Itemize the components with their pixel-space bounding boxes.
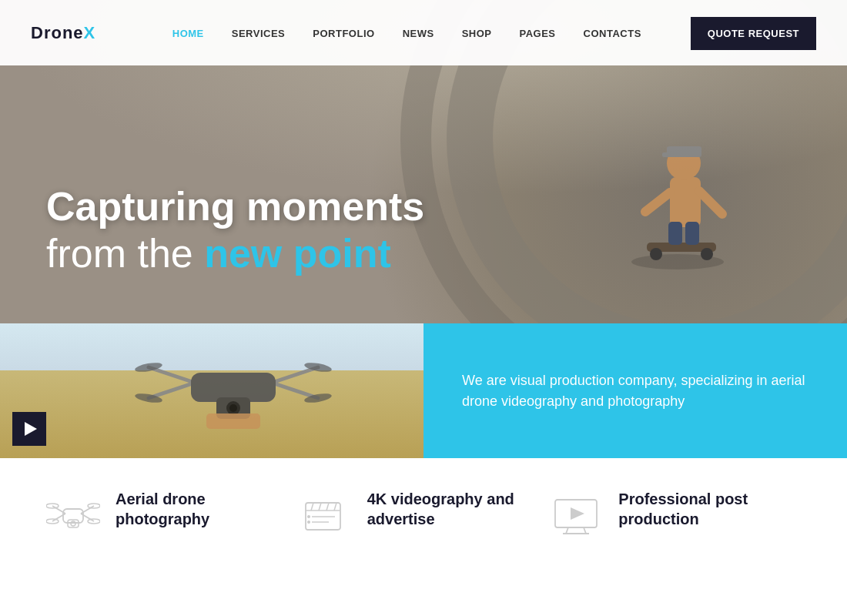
feature-item-post: Professional post production [549,489,801,546]
svg-line-15 [272,383,318,398]
nav-item-shop[interactable]: SHOP [462,26,492,40]
aerial-drone-icon [46,489,100,546]
nav-link-contacts[interactable]: CONTACTS [584,28,641,39]
logo-text-drone: Drone [31,23,84,43]
promo-section: We are visual production company, specia… [0,323,847,458]
nav-link-portfolio[interactable]: PORTFOLIO [313,28,374,39]
nav-item-portfolio[interactable]: PORTFOLIO [313,26,374,40]
feature-title-post: Professional post production [618,489,748,529]
svg-line-13 [149,383,195,398]
nav-item-news[interactable]: NEWS [403,26,434,40]
nav-link-services[interactable]: SERVICES [232,28,286,39]
feature-title-4k: 4K videography and advertise [367,489,514,529]
nav-item-home[interactable]: HOME [172,26,204,40]
feature-text-4k: 4K videography and advertise [367,489,514,529]
features-section: Aerial drone photography [0,458,847,561]
promo-text-box: We are visual production company, specia… [424,323,847,458]
post-production-icon [549,489,603,546]
svg-point-45 [307,521,310,524]
svg-line-41 [334,503,336,511]
nav-item-services[interactable]: SERVICES [232,26,286,40]
navbar: DroneX HOME SERVICES PORTFOLIO NEWS SHOP… [0,0,847,65]
4k-video-icon [298,489,352,546]
svg-point-2 [650,248,662,260]
promo-description: We are visual production company, specia… [462,370,808,412]
svg-rect-8 [668,222,682,245]
svg-line-47 [566,527,568,534]
svg-line-48 [584,527,586,534]
svg-rect-9 [685,222,699,245]
svg-marker-50 [571,507,584,520]
quote-request-button[interactable]: QUOTE REQUEST [691,17,816,50]
nav-link-home[interactable]: HOME [172,28,204,39]
hero-line2-accent: new point [204,231,391,276]
svg-line-39 [319,503,321,511]
svg-line-11 [699,191,722,214]
svg-line-14 [272,367,318,383]
hero-title-line1: Capturing moments [46,185,424,229]
play-button[interactable] [12,412,46,446]
svg-line-38 [311,503,313,511]
hero-title-line2: from the new point [46,229,424,277]
svg-point-3 [701,248,713,260]
svg-rect-4 [670,177,701,227]
nav-link-news[interactable]: NEWS [403,28,434,39]
hero-line2-plain: from the [46,231,204,276]
feature-text-post: Professional post production [618,489,748,529]
svg-point-35 [71,521,75,526]
svg-rect-24 [206,413,260,429]
nav-link-shop[interactable]: SHOP [462,28,492,39]
svg-line-10 [645,192,670,212]
drone-illustration [133,340,333,433]
feature-item-4k: 4K videography and advertise [298,489,550,546]
nav-link-pages[interactable]: PAGES [519,28,555,39]
svg-point-23 [229,404,237,412]
feature-title-aerial: Aerial drone photography [116,489,209,529]
svg-line-40 [326,503,329,511]
svg-point-44 [307,515,310,518]
feature-text-aerial: Aerial drone photography [116,489,209,529]
nav-item-pages[interactable]: PAGES [519,26,555,40]
promo-video-panel [0,323,424,458]
logo-text-x: X [84,23,96,43]
nav-links: HOME SERVICES PORTFOLIO NEWS SHOP PAGES … [172,26,816,40]
svg-rect-7 [662,152,671,157]
drone-scene [0,323,424,458]
hero-text-container: Capturing moments from the new point [46,185,424,277]
feature-item-aerial: Aerial drone photography [46,489,298,546]
svg-line-12 [149,367,195,383]
nav-item-contacts[interactable]: CONTACTS [584,26,641,40]
svg-rect-6 [667,146,701,157]
play-icon [25,422,37,436]
nav-item-quote[interactable]: QUOTE REQUEST [669,26,816,40]
skater-illustration [585,100,755,285]
logo[interactable]: DroneX [31,23,95,43]
